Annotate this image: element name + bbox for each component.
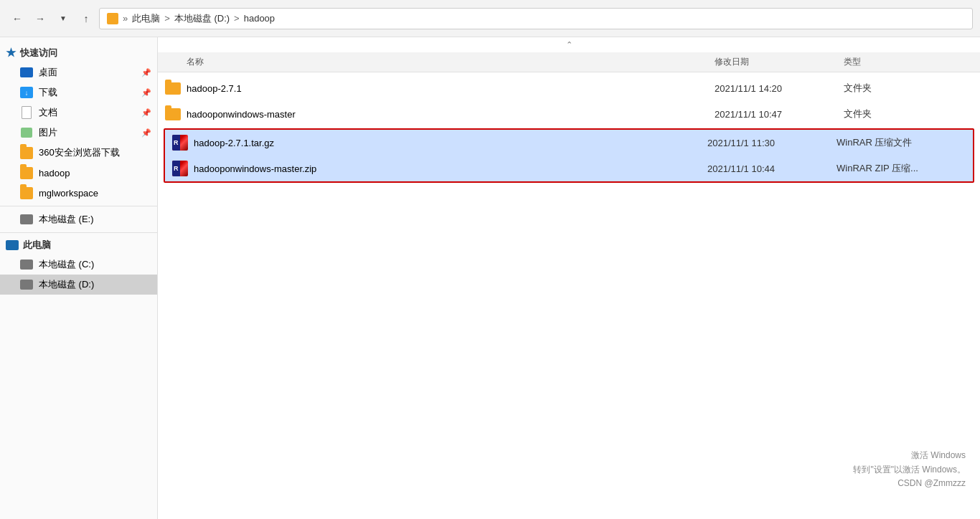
download-icon: ↓ [20, 86, 33, 99]
sidebar-item-drive-c[interactable]: 本地磁盘 (C:) [0, 254, 157, 275]
watermark-line3: CSDN @Zmmzzz [853, 477, 966, 490]
sidebar-item-desktop[interactable]: 桌面 📌 [0, 62, 157, 82]
file-type-3: WinRAR 压缩文件 [837, 136, 966, 149]
file-icon-folder2 [165, 108, 187, 120]
sidebar-drive-c-label: 本地磁盘 (C:) [39, 258, 94, 271]
pin-icon2: 📌 [141, 88, 151, 97]
highlight-selection-box: hadoop-2.7.1.tar.gz 2021/11/1 11:30 WinR… [164, 128, 974, 183]
file-date-3: 2021/11/1 11:30 [707, 138, 837, 148]
address-path: 此电脑 [132, 12, 160, 25]
nav-bar: ← → ▼ ↑ » 此电脑 > 本地磁盘 (D:) > hadoop [0, 0, 980, 37]
table-row[interactable]: hadooponwindows-master 2021/11/1 10:47 文… [158, 101, 980, 127]
col-type-header[interactable]: 类型 [844, 56, 973, 68]
file-list: hadoop-2.7.1 2021/11/1 14:20 文件夹 hadoopo… [158, 72, 980, 187]
sidebar-drive-e-label: 本地磁盘 (E:) [39, 213, 94, 226]
file-icon-folder1 [165, 82, 187, 95]
sidebar-item-360browser[interactable]: 360安全浏览器下载 [0, 143, 157, 163]
pin-icon3: 📌 [141, 108, 151, 118]
main-area: ★ 快速访问 桌面 📌 ↓ 下载 📌 文档 📌 [0, 37, 980, 519]
quick-access-header: ★ 快速访问 [0, 43, 157, 62]
sidebar-mgl-label: mglworkspace [39, 188, 98, 199]
address-sep: » [123, 13, 128, 24]
watermark-line1: 激活 Windows [853, 449, 966, 462]
quick-access-label: 快速访问 [20, 47, 57, 59]
table-row[interactable]: hadoop-2.7.1.tar.gz 2021/11/1 11:30 WinR… [165, 130, 973, 156]
address-bar[interactable]: » 此电脑 > 本地磁盘 (D:) > hadoop [99, 8, 973, 29]
pictures-icon [20, 126, 33, 139]
table-row[interactable]: hadoop-2.7.1 2021/11/1 14:20 文件夹 [158, 75, 980, 101]
column-headers: 名称 修改日期 类型 [158, 52, 980, 72]
content-area: ⌃ 名称 修改日期 类型 hadoop-2.7.1 2021/11/1 14:2… [158, 37, 980, 519]
this-pc-header: 此电脑 [0, 236, 157, 254]
file-type-2: 文件夹 [844, 108, 973, 120]
col-date-header[interactable]: 修改日期 [715, 56, 844, 68]
folder-hadoop-icon [20, 166, 33, 179]
document-icon [20, 106, 33, 119]
file-icon-rar2 [172, 161, 194, 176]
file-name-3: hadoop-2.7.1.tar.gz [194, 138, 707, 148]
drive-e-icon [20, 213, 33, 226]
pin-icon4: 📌 [141, 128, 151, 138]
address-folder-icon [107, 13, 118, 24]
sidebar-downloads-label: 下载 [39, 86, 57, 99]
file-type-4: WinRAR ZIP 压缩... [837, 162, 966, 175]
watermark: 激活 Windows 转到"设置"以激活 Windows。 CSDN @Zmmz… [853, 449, 966, 490]
sidebar-item-downloads[interactable]: ↓ 下载 📌 [0, 82, 157, 103]
address-path2: 本地磁盘 (D:) [174, 12, 230, 25]
sidebar-item-mglworkspace[interactable]: mglworkspace [0, 183, 157, 203]
address-sep2: > [164, 13, 170, 24]
sort-arrow: ⌃ [158, 37, 980, 52]
up-button[interactable]: ↑ [76, 9, 96, 29]
file-name-2: hadooponwindows-master [187, 109, 715, 120]
sidebar-item-hadoop[interactable]: hadoop [0, 163, 157, 183]
table-row[interactable]: hadooponwindows-master.zip 2021/11/1 10:… [165, 156, 973, 181]
desktop-icon [20, 66, 33, 79]
sidebar-divider2 [0, 232, 157, 233]
sidebar-desktop-label: 桌面 [39, 66, 57, 79]
dropdown-button[interactable]: ▼ [53, 9, 73, 29]
file-icon-rar1 [172, 135, 194, 151]
address-sep3: > [234, 13, 240, 24]
sidebar-hadoop-label: hadoop [39, 168, 70, 178]
file-date-2: 2021/11/1 10:47 [715, 109, 844, 120]
drive-d-icon [20, 278, 33, 291]
sidebar-documents-label: 文档 [39, 106, 57, 119]
sidebar-item-drive-e[interactable]: 本地磁盘 (E:) [0, 209, 157, 229]
file-name-4: hadooponwindows-master.zip [194, 163, 707, 174]
watermark-line2: 转到"设置"以激活 Windows。 [853, 463, 966, 477]
drive-c-icon [20, 258, 33, 271]
file-date-4: 2021/11/1 10:44 [707, 163, 837, 174]
sidebar-item-drive-d[interactable]: 本地磁盘 (D:) [0, 275, 157, 295]
folder-mgl-icon [20, 186, 33, 199]
sidebar: ★ 快速访问 桌面 📌 ↓ 下载 📌 文档 📌 [0, 37, 158, 519]
sidebar-360browser-label: 360安全浏览器下载 [39, 146, 120, 159]
sidebar-item-documents[interactable]: 文档 📌 [0, 103, 157, 123]
star-icon: ★ [6, 46, 16, 59]
forward-button[interactable]: → [30, 9, 50, 29]
file-type-1: 文件夹 [844, 82, 973, 95]
address-path3: hadoop [244, 13, 275, 24]
this-pc-label: 此电脑 [23, 239, 51, 252]
pin-icon: 📌 [141, 68, 151, 77]
file-date-1: 2021/11/1 14:20 [715, 83, 844, 94]
pc-icon [6, 240, 19, 250]
back-button[interactable]: ← [7, 9, 27, 29]
sidebar-divider1 [0, 206, 157, 206]
file-name-1: hadoop-2.7.1 [187, 83, 715, 94]
folder-360-icon [20, 146, 33, 159]
col-name-header[interactable]: 名称 [165, 56, 715, 68]
sidebar-pictures-label: 图片 [39, 126, 57, 139]
sidebar-item-pictures[interactable]: 图片 📌 [0, 123, 157, 143]
sidebar-drive-d-label: 本地磁盘 (D:) [39, 278, 94, 291]
